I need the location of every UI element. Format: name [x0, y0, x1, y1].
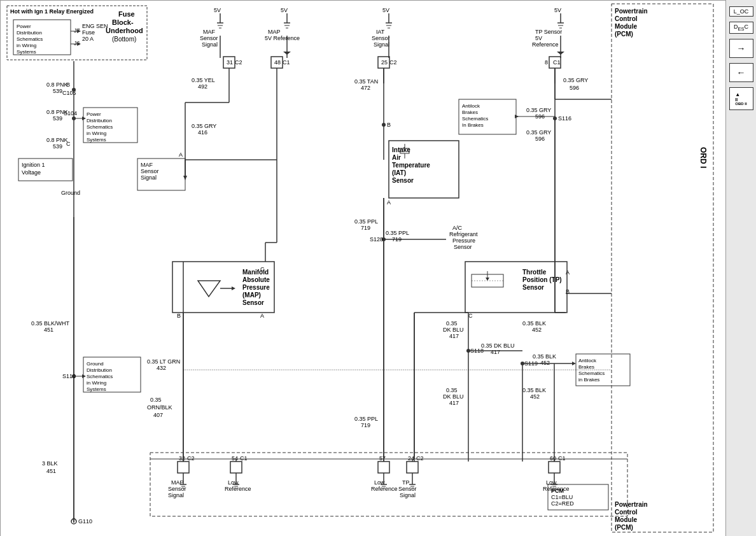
svg-text:Position (TP): Position (TP) [522, 276, 562, 283]
svg-text:in Wiring: in Wiring [17, 43, 36, 48]
svg-text:Distribution: Distribution [87, 118, 112, 123]
svg-text:452: 452 [540, 360, 550, 366]
svg-text:Schematics: Schematics [87, 374, 113, 379]
svg-text:C2: C2 [235, 59, 242, 66]
svg-text:452: 452 [532, 327, 542, 333]
svg-text:417: 417 [449, 333, 459, 339]
svg-text:0.35: 0.35 [446, 387, 458, 393]
svg-text:Sensor: Sensor [454, 244, 472, 250]
svg-text:417: 417 [491, 349, 500, 355]
arrow-left-legend: ← [729, 63, 753, 82]
svg-text:Systems: Systems [17, 49, 36, 55]
svg-text:0.35: 0.35 [446, 320, 458, 327]
svg-text:Antilock: Antilock [462, 103, 480, 109]
svg-text:Fuse: Fuse [82, 29, 95, 36]
svg-text:596: 596 [570, 85, 579, 91]
svg-text:5V: 5V [535, 35, 542, 41]
svg-text:(Bottom): (Bottom) [112, 36, 136, 43]
svg-text:in Brakes: in Brakes [578, 377, 599, 383]
svg-text:719: 719 [361, 225, 370, 231]
svg-text:60: 60 [550, 455, 556, 462]
svg-text:Control: Control [615, 509, 638, 516]
svg-text:Power: Power [17, 24, 31, 29]
svg-text:57: 57 [379, 455, 386, 462]
svg-text:Signal: Signal [141, 174, 157, 181]
svg-text:Schematics: Schematics [578, 370, 605, 376]
svg-text:TP: TP [402, 479, 410, 486]
svg-text:C1: C1 [283, 59, 290, 66]
svg-text:C1=BLU: C1=BLU [551, 494, 573, 500]
svg-text:0.35 BLK: 0.35 BLK [533, 353, 556, 360]
svg-text:596: 596 [535, 113, 545, 120]
svg-text:Absolute: Absolute [242, 276, 270, 283]
svg-text:(IAT): (IAT) [392, 169, 406, 176]
svg-text:472: 472 [361, 85, 370, 91]
svg-text:5V: 5V [281, 7, 288, 13]
svg-text:Reference: Reference [532, 41, 559, 48]
svg-text:451: 451 [44, 327, 53, 333]
svg-text:C1: C1 [553, 59, 561, 66]
svg-text:IAT: IAT [376, 29, 385, 35]
svg-text:596: 596 [535, 136, 545, 142]
svg-text:in Wiring: in Wiring [87, 380, 106, 386]
svg-text:Sensor: Sensor [141, 168, 159, 174]
svg-text:Systems: Systems [87, 137, 106, 143]
svg-text:Pressure: Pressure [242, 284, 270, 291]
svg-text:Temperature: Temperature [392, 162, 430, 169]
svg-text:C2: C2 [389, 59, 397, 66]
obd-legend: ▲ II OBD II [729, 87, 753, 110]
svg-text:Fuse: Fuse [118, 10, 135, 18]
svg-text:8: 8 [545, 59, 548, 66]
svg-text:Voltage: Voltage [22, 169, 41, 176]
svg-text:432: 432 [157, 365, 166, 371]
svg-text:A: A [260, 313, 264, 319]
svg-text:3 BLK: 3 BLK [42, 460, 58, 467]
svg-text:(MAP): (MAP) [242, 292, 261, 299]
svg-text:S128: S128 [370, 236, 383, 243]
loc-legend: L_OC [729, 6, 753, 17]
svg-text:24: 24 [408, 455, 414, 462]
svg-text:Powertrain: Powertrain [615, 8, 648, 15]
svg-text:Sensor: Sensor [200, 35, 218, 41]
svg-text:Signal: Signal [168, 492, 184, 498]
svg-text:0.35: 0.35 [150, 397, 162, 403]
svg-text:Hot with Ign 1 Relay Energized: Hot with Ign 1 Relay Energized [10, 8, 94, 15]
desc-label: DESC [734, 24, 748, 30]
svg-text:ORD I: ORD I [699, 147, 708, 168]
svg-text:C1: C1 [240, 455, 248, 462]
svg-text:Schematics: Schematics [17, 36, 43, 42]
svg-text:S104: S104 [64, 110, 77, 116]
svg-text:A: A [387, 199, 391, 206]
svg-text:C2: C2 [187, 455, 195, 462]
svg-text:Signal: Signal [374, 41, 389, 48]
svg-text:A/C: A/C [452, 225, 463, 231]
svg-text:A: A [179, 152, 183, 158]
svg-text:20 A: 20 A [82, 36, 94, 42]
svg-text:B: B [387, 122, 391, 128]
svg-text:Schematics: Schematics [87, 124, 113, 130]
svg-text:0.35 GRY: 0.35 GRY [192, 123, 216, 129]
svg-text:in Wiring: in Wiring [87, 130, 106, 136]
svg-text:Refrigerant: Refrigerant [449, 231, 478, 237]
svg-text:MAF: MAF [203, 29, 216, 35]
desc-legend: DESC [729, 22, 753, 34]
svg-text:Sensor: Sensor [372, 35, 390, 41]
svg-text:Antilock: Antilock [578, 358, 597, 363]
svg-text:C: C [260, 266, 265, 272]
svg-text:0.35 BLK: 0.35 BLK [522, 387, 546, 393]
svg-text:Sensor: Sensor [522, 284, 544, 291]
svg-text:Ignition 1: Ignition 1 [22, 162, 45, 168]
svg-text:DK BLU: DK BLU [443, 327, 464, 333]
svg-text:Ground: Ground [61, 190, 80, 196]
svg-text:Throttle: Throttle [522, 269, 547, 276]
svg-text:539: 539 [53, 143, 62, 150]
svg-text:Air: Air [392, 154, 401, 161]
svg-text:ENG SEN: ENG SEN [82, 23, 108, 29]
svg-text:5V: 5V [382, 7, 389, 13]
svg-text:417: 417 [449, 400, 459, 406]
svg-text:Pressure: Pressure [452, 237, 475, 244]
svg-text:452: 452 [530, 393, 540, 400]
svg-text:(PCM): (PCM) [615, 31, 633, 38]
svg-text:Module: Module [615, 23, 637, 30]
svg-text:0.35 GRY: 0.35 GRY [526, 107, 551, 113]
